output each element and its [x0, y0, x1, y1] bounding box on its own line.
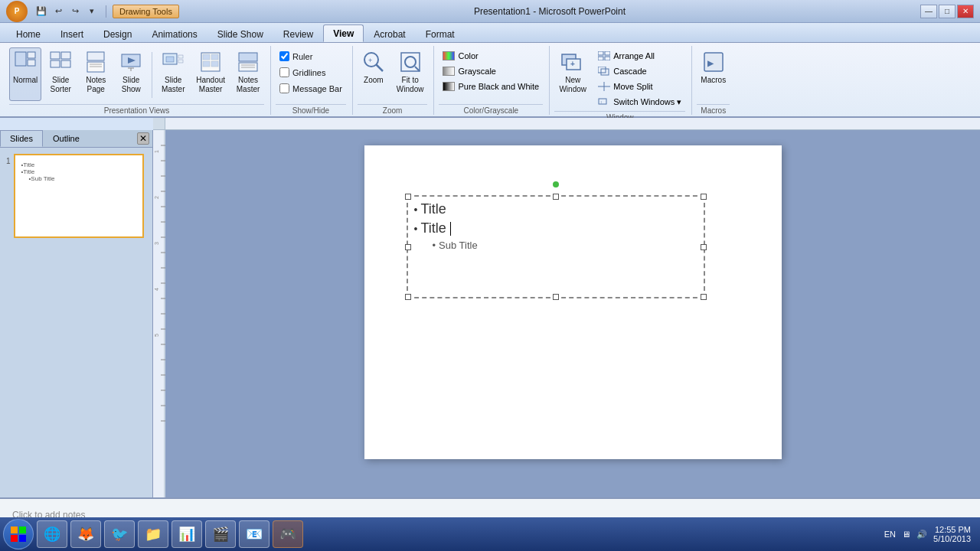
slide-master-icon	[161, 50, 185, 74]
handout-master-label: HandoutMaster	[196, 76, 225, 94]
zoom-button[interactable]: + Zoom	[358, 47, 390, 101]
thumb-line-1: •Title	[21, 161, 55, 168]
cascade-button[interactable]: Cascade	[594, 64, 685, 78]
gridlines-checkbox-label[interactable]: Gridlines	[276, 65, 346, 80]
slide-master-button[interactable]: SlideMaster	[157, 47, 189, 101]
handle-br[interactable]	[701, 294, 707, 300]
slide-sorter-button[interactable]: SlideSorter	[44, 47, 77, 101]
taskbar-email[interactable]: 📧	[239, 520, 270, 548]
taskbar-folder[interactable]: 📁	[138, 520, 168, 548]
svg-rect-22	[203, 61, 210, 67]
tab-format[interactable]: Format	[416, 25, 465, 42]
taskbar-video[interactable]: 🎬	[205, 520, 236, 548]
outline-tab[interactable]: Outline	[43, 130, 90, 147]
office-button[interactable]: P	[6, 1, 28, 22]
normal-icon	[13, 50, 38, 74]
handle-tm[interactable]	[553, 194, 559, 200]
notes-master-button[interactable]: NotesMaster	[232, 47, 264, 101]
arrange-all-icon	[598, 51, 610, 60]
window-options: Arrange All Cascade Move Split	[594, 47, 685, 109]
tab-acrobat[interactable]: Acrobat	[364, 25, 415, 42]
svg-rect-6	[61, 60, 70, 67]
fit-to-window-button[interactable]: Fit toWindow	[393, 47, 428, 101]
drawing-tools-label: Drawing Tools	[113, 5, 179, 18]
taskbar-excel[interactable]: 📊	[172, 520, 202, 548]
show-hide-content: Ruler Gridlines Message Bar	[276, 46, 346, 103]
slides-tab[interactable]: Slides	[0, 130, 43, 147]
notes-page-button[interactable]: NotesPage	[80, 47, 112, 101]
svg-rect-16	[166, 57, 174, 62]
macros-label: Macros	[701, 76, 726, 85]
start-button[interactable]	[3, 519, 34, 549]
title-line-1[interactable]: • Title	[408, 200, 704, 219]
svg-text:3: 3	[154, 242, 159, 245]
normal-view-button[interactable]: Normal	[9, 47, 41, 101]
pure-bw-button[interactable]: Pure Black and White	[439, 80, 543, 93]
tab-review[interactable]: Review	[273, 25, 323, 42]
switch-windows-button[interactable]: ↕ Switch Windows ▾	[594, 95, 685, 109]
notes-master-icon	[236, 50, 260, 74]
taskbar-right: EN 🖥 🔊 12:55 PM 5/10/2013	[884, 525, 977, 543]
taskbar-chrome[interactable]: 🌐	[37, 520, 67, 548]
slide-canvas: • Title • Title • Sub Title	[364, 145, 782, 459]
color-button[interactable]: Color	[439, 49, 543, 63]
macros-group-label: Macros	[697, 104, 730, 115]
ruler-checkbox[interactable]	[279, 51, 289, 61]
svg-rect-39	[598, 57, 603, 60]
taskbar-powerpoint[interactable]: 🎮	[273, 520, 303, 548]
subtitle-line[interactable]: • Sub Title	[408, 238, 704, 253]
rotate-handle[interactable]	[553, 181, 559, 187]
ruler-checkbox-label[interactable]: Ruler	[276, 49, 346, 64]
text-box[interactable]: • Title • Title • Sub Title	[407, 195, 705, 298]
ribbon-tab-bar: Home Insert Design Animations Slide Show…	[0, 23, 980, 43]
window-title: Presentation1 - Microsoft PowerPoint	[474, 6, 626, 17]
new-window-button[interactable]: + NewWindow	[554, 47, 591, 101]
show-hide-checkboxes: Ruler Gridlines Message Bar	[276, 47, 346, 96]
gridlines-checkbox[interactable]	[279, 67, 289, 77]
arrange-all-button[interactable]: Arrange All	[594, 49, 685, 63]
message-bar-checkbox[interactable]	[279, 83, 289, 93]
svg-text:↕: ↕	[600, 99, 603, 104]
customize-btn[interactable]: ▾	[84, 4, 100, 19]
handle-tl[interactable]	[405, 194, 411, 200]
tab-animations[interactable]: Animations	[142, 25, 207, 42]
move-split-button[interactable]: Move Split	[594, 80, 685, 93]
taskbar-bird[interactable]: 🐦	[104, 520, 135, 548]
grayscale-button[interactable]: Grayscale	[439, 64, 543, 78]
svg-line-33	[415, 67, 420, 71]
tab-home[interactable]: Home	[6, 25, 51, 42]
bullet-2: •	[414, 223, 418, 235]
handout-master-button[interactable]: HandoutMaster	[192, 47, 229, 101]
handle-mr[interactable]	[701, 244, 707, 250]
title-bar-left: P 💾 ↩ ↪ ▾ Drawing Tools	[6, 1, 179, 22]
fit-window-label: Fit toWindow	[397, 76, 424, 94]
save-btn[interactable]: 💾	[34, 4, 49, 19]
slide-thumb-1[interactable]: •Title •Title •Sub Title	[14, 154, 144, 238]
tab-view[interactable]: View	[323, 24, 364, 42]
handle-bm[interactable]	[553, 294, 559, 300]
handle-ml[interactable]	[405, 244, 411, 250]
slide-show-button[interactable]: SlideShow	[115, 47, 147, 101]
redo-btn[interactable]: ↪	[67, 4, 83, 19]
close-button[interactable]: ✕	[957, 5, 974, 18]
tab-design[interactable]: Design	[93, 25, 142, 42]
handle-bl[interactable]	[405, 294, 411, 300]
panel-close-button[interactable]: ✕	[137, 132, 149, 145]
title-text-1: Title	[420, 201, 446, 217]
macros-button[interactable]: ▶ Macros	[697, 47, 730, 101]
title-line-2[interactable]: • Title	[408, 219, 704, 238]
maximize-button[interactable]: □	[939, 5, 956, 18]
tab-slide-show[interactable]: Slide Show	[207, 25, 273, 42]
color-grayscale-group: Color Grayscale Pure Black and White Col…	[436, 46, 550, 115]
handle-tr[interactable]	[701, 194, 707, 200]
tab-insert[interactable]: Insert	[51, 25, 93, 42]
message-bar-checkbox-label[interactable]: Message Bar	[276, 81, 346, 96]
taskbar-firefox[interactable]: 🦊	[70, 520, 101, 548]
title-bar: P 💾 ↩ ↪ ▾ Drawing Tools Presentation1 - …	[0, 0, 980, 23]
slide-workspace[interactable]: • Title • Title • Sub Title	[165, 130, 980, 497]
minimize-button[interactable]: —	[920, 5, 937, 18]
switch-windows-icon: ↕	[598, 98, 610, 107]
subtitle-text: Sub Title	[439, 240, 478, 251]
notes-page-label: NotesPage	[86, 76, 106, 94]
undo-btn[interactable]: ↩	[51, 4, 66, 19]
